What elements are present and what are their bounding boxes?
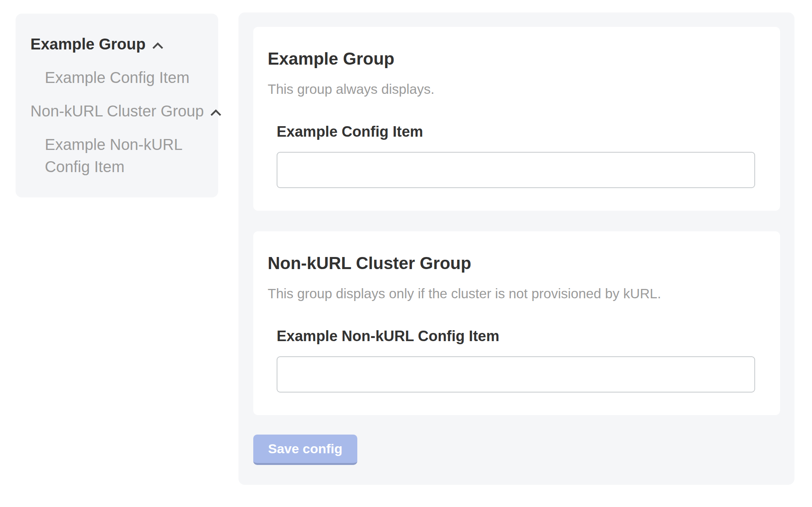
config-item-label: Example Config Item — [277, 123, 755, 141]
config-group-card-non-kurl-cluster-group: Non-kURL Cluster Group This group displa… — [253, 231, 780, 415]
group-title: Non-kURL Cluster Group — [268, 253, 766, 273]
config-item: Example Config Item — [277, 123, 755, 188]
save-row: Save config — [253, 435, 780, 465]
sidebar-group-label: Non-kURL Cluster Group — [30, 100, 204, 122]
sidebar-item-example-non-kurl-config-item[interactable]: Example Non-kURL Config Item — [30, 134, 207, 178]
sidebar-group-example-group: Example Group Example Config Item — [30, 33, 207, 89]
group-description: This group always displays. — [268, 81, 766, 97]
config-nav-sidebar: Example Group Example Config Item Non-kU… — [16, 14, 218, 197]
sidebar-group-toggle-non-kurl-cluster-group[interactable]: Non-kURL Cluster Group — [30, 100, 207, 122]
config-page: { "colors": { "panel_background": "#f5f6… — [0, 0, 812, 507]
config-item-input-example-config-item[interactable] — [277, 152, 755, 188]
config-item: Example Non-kURL Config Item — [277, 327, 755, 393]
sidebar-item-example-config-item[interactable]: Example Config Item — [30, 67, 207, 89]
config-item-input-example-non-kurl-config-item[interactable] — [277, 356, 755, 393]
group-title: Example Group — [268, 49, 766, 69]
config-panel: Example Group This group always displays… — [238, 12, 794, 485]
chevron-up-icon — [210, 100, 222, 122]
group-description: This group displays only if the cluster … — [268, 285, 766, 302]
sidebar-group-non-kurl-cluster-group: Non-kURL Cluster Group Example Non-kURL … — [30, 100, 207, 178]
chevron-up-icon — [152, 33, 164, 55]
config-item-label: Example Non-kURL Config Item — [277, 327, 755, 345]
config-group-card-example-group: Example Group This group always displays… — [253, 27, 780, 211]
sidebar-group-label: Example Group — [30, 33, 146, 55]
save-config-button[interactable]: Save config — [253, 435, 357, 465]
sidebar-group-toggle-example-group[interactable]: Example Group — [30, 33, 207, 55]
